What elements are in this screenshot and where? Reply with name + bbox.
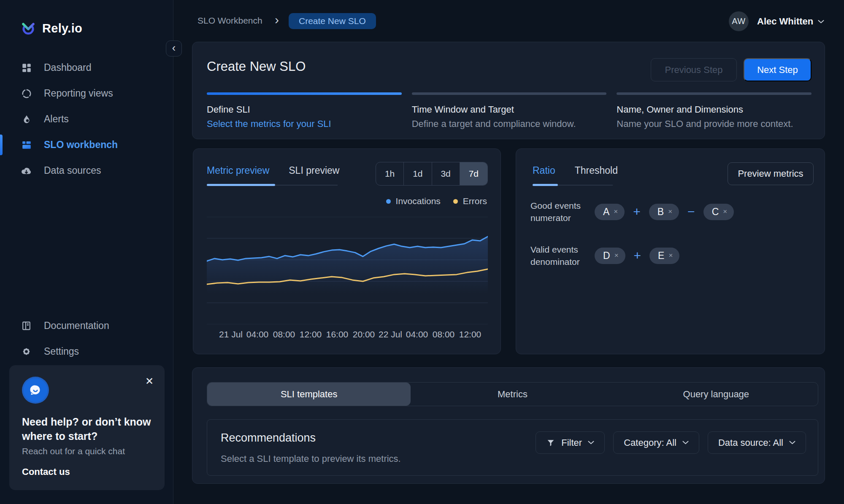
time-range-selector: 1h 1d 3d 7d [376, 162, 488, 186]
brand-logo[interactable]: Rely.io [20, 20, 82, 36]
next-step-button[interactable]: Next Step [744, 58, 812, 81]
breadcrumb-root[interactable]: SLO Workbench [197, 16, 262, 26]
chip-label: E [658, 250, 664, 261]
sli-type-tabs: Ratio Threshold [533, 165, 618, 176]
x-tick-label: 12:00 [300, 329, 322, 340]
reporting-views-icon [21, 88, 32, 99]
tab-metric-preview[interactable]: Metric preview [207, 165, 269, 176]
x-tick-label: 04:00 [406, 329, 428, 340]
metric-chip-a[interactable]: A × [595, 204, 625, 220]
preview-tabs: Metric preview SLI preview [207, 165, 339, 176]
denominator-row: Valid events denominator D × + E × [530, 243, 679, 268]
step-time-window[interactable]: Time Window and Target Define a target a… [412, 92, 607, 129]
tab-metrics[interactable]: Metrics [411, 383, 614, 406]
user-menu-chevron-down-icon[interactable] [818, 18, 824, 25]
help-title: Need help? or don’t know where to start? [22, 415, 151, 444]
tab-sli-preview[interactable]: SLI preview [289, 165, 339, 176]
sidebar-item-settings[interactable]: Settings [0, 339, 173, 364]
filter-label: Filter [561, 437, 582, 448]
metric-chip-c[interactable]: C × [703, 204, 734, 220]
legend-invocations[interactable]: Invocations [386, 196, 441, 206]
breadcrumb-chevron-icon: › [275, 13, 279, 27]
breadcrumb-current[interactable]: Create New SLO [289, 13, 376, 29]
errors-dot-icon [453, 199, 458, 204]
chip-remove-icon[interactable]: × [614, 208, 618, 216]
tab-sli-templates[interactable]: SLI templates [207, 383, 411, 406]
chevron-down-icon [682, 441, 689, 445]
sidebar: Rely.io Dashboard Reporting views [0, 0, 173, 504]
range-1d[interactable]: 1d [403, 162, 431, 185]
preview-metrics-button[interactable]: Preview metrics [728, 162, 814, 185]
user-avatar[interactable]: AW [729, 11, 749, 31]
sidebar-item-reporting-views[interactable]: Reporting views [0, 81, 173, 106]
chip-label: B [657, 206, 664, 218]
range-1h[interactable]: 1h [376, 162, 403, 185]
step-name-owner[interactable]: Name, Owner and Dimensions Name your SLO… [617, 92, 812, 129]
recommendations-section: Recommendations Select a SLI template to… [207, 419, 818, 476]
step-description: Define a target and compliance window. [412, 119, 607, 129]
metric-chip-b[interactable]: B × [649, 204, 679, 220]
sidebar-bottom-nav: Documentation Settings [0, 313, 173, 364]
sidebar-item-label: SLO workbench [44, 139, 118, 151]
close-icon[interactable]: ✕ [145, 376, 154, 386]
sidebar-collapse-button[interactable]: ‹ [166, 40, 182, 57]
recommendations-subtitle: Select a SLI template to preview its met… [221, 453, 401, 464]
chip-label: C [712, 206, 719, 218]
chip-remove-icon[interactable]: × [668, 251, 673, 260]
step-progress-bar [207, 92, 402, 95]
chip-remove-icon[interactable]: × [614, 251, 619, 260]
sidebar-item-label: Dashboard [44, 62, 92, 73]
chip-label: A [603, 206, 609, 218]
chip-remove-icon[interactable]: × [668, 208, 672, 216]
sidebar-item-label: Reporting views [44, 88, 113, 99]
sidebar-item-data-sources[interactable]: Data sources [0, 158, 173, 183]
x-tick-label: 08:00 [433, 329, 455, 340]
sidebar-item-slo-workbench[interactable]: SLO workbench [0, 132, 173, 158]
sidebar-nav: Dashboard Reporting views Alerts [0, 55, 173, 183]
category-label: Category: All [624, 437, 676, 448]
chart-legend: Invocations Errors [386, 196, 487, 206]
x-tick-label: 04:00 [246, 329, 269, 340]
tab-ratio[interactable]: Ratio [533, 165, 555, 176]
x-axis-labels: 21 Jul04:0008:0012:0016:0020:0022 Jul04:… [207, 329, 488, 342]
sidebar-item-label: Settings [44, 346, 79, 357]
user-name[interactable]: Alec Whitten [757, 16, 813, 27]
active-tab-underline [533, 184, 558, 186]
step-progress-bar [617, 92, 812, 95]
step-title: Define SLI [207, 104, 402, 115]
chip-remove-icon[interactable]: × [723, 208, 727, 216]
category-filter-button[interactable]: Category: All [613, 431, 699, 454]
legend-errors[interactable]: Errors [453, 196, 487, 206]
wizard-steps: Define SLI Select the metrics for your S… [207, 92, 812, 129]
x-tick-label: 16:00 [326, 329, 349, 340]
range-7d[interactable]: 7d [460, 162, 487, 185]
line-chart[interactable] [207, 217, 488, 324]
datasource-label: Data source: All [718, 437, 783, 448]
filter-button[interactable]: Filter [536, 431, 605, 454]
tab-query-language[interactable]: Query language [614, 383, 818, 406]
metric-preview-card: Metric preview SLI preview 1h 1d 3d 7d I… [193, 148, 501, 354]
x-tick-label: 12:00 [459, 329, 482, 340]
step-description[interactable]: Select the metrics for your SLI [207, 119, 402, 129]
tab-threshold[interactable]: Threshold [575, 165, 618, 176]
sidebar-item-label: Data sources [44, 165, 101, 176]
metric-chip-d[interactable]: D × [595, 248, 625, 264]
step-title: Name, Owner and Dimensions [617, 104, 812, 115]
chat-bubble-icon[interactable] [22, 377, 49, 404]
brand-name: Rely.io [42, 22, 82, 35]
contact-us-link[interactable]: Contact us [22, 466, 70, 477]
help-widget: ✕ Need help? or don’t know where to star… [9, 365, 165, 490]
sidebar-item-alerts[interactable]: Alerts [0, 106, 173, 132]
datasource-filter-button[interactable]: Data source: All [708, 431, 806, 454]
sidebar-item-dashboard[interactable]: Dashboard [0, 55, 173, 81]
minus-operator: − [687, 205, 695, 219]
metric-chip-e[interactable]: E × [649, 248, 679, 264]
active-indicator [0, 135, 3, 155]
range-3d[interactable]: 3d [432, 162, 460, 185]
previous-step-button[interactable]: Previous Step [651, 58, 737, 81]
step-define-sli[interactable]: Define SLI Select the metrics for your S… [207, 92, 402, 129]
sidebar-item-documentation[interactable]: Documentation [0, 313, 173, 339]
alerts-drop-icon [21, 113, 32, 125]
chevron-down-icon [789, 441, 795, 445]
sli-type-card: Ratio Threshold Preview metrics Good eve… [516, 148, 825, 354]
